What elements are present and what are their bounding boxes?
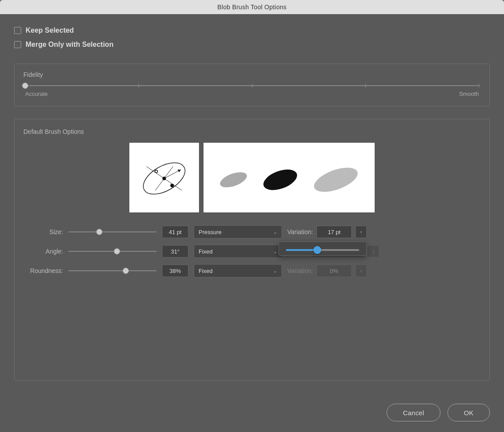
fidelity-tick-2 — [252, 84, 252, 87]
roundness-slider-track[interactable] — [68, 270, 157, 271]
fidelity-section: Fidelity Accurate Smooth — [14, 64, 490, 106]
brush-sample-small — [216, 167, 251, 189]
fidelity-slider-thumb[interactable] — [22, 83, 28, 89]
keep-selected-label: Keep Selected — [26, 27, 74, 34]
roundness-variation-group: Variation: 0% › — [287, 265, 367, 277]
fidelity-slider-labels: Accurate Smooth — [25, 91, 479, 97]
brush-options-section: Default Brush Options — [14, 119, 490, 381]
roundness-row: Roundness: 38% Fixed ⌄ Variation: 0% › — [23, 264, 481, 277]
brush-sample-large — [309, 160, 362, 195]
brush-sample-medium — [258, 160, 302, 195]
size-variation-label: Variation: — [287, 228, 313, 235]
dialog: Blob Brush Tool Options Keep Selected Me… — [0, 0, 504, 432]
keep-selected-row[interactable]: Keep Selected — [14, 27, 490, 34]
size-variation-value[interactable]: 17 pt — [316, 226, 352, 238]
size-popup-slider[interactable] — [278, 242, 367, 256]
roundness-variation-label: Variation: — [287, 267, 313, 274]
angle-label: Angle: — [23, 248, 63, 255]
fidelity-tick-1 — [139, 84, 139, 87]
svg-point-9 — [261, 166, 300, 194]
svg-point-6 — [170, 184, 174, 187]
roundness-method-dropdown[interactable]: Fixed ⌄ — [194, 264, 282, 277]
angle-variation-arrow: › — [368, 245, 379, 258]
popup-slider-track[interactable] — [286, 249, 359, 251]
svg-point-8 — [218, 169, 249, 189]
brush-previews — [23, 142, 481, 213]
roundness-slider-thumb[interactable] — [123, 268, 129, 274]
angle-dropdown-arrow: ⌄ — [273, 249, 277, 254]
dialog-footer: Cancel OK — [0, 393, 504, 432]
size-variation-arrow[interactable]: › — [355, 226, 367, 238]
fidelity-label-accurate: Accurate — [25, 91, 48, 97]
size-method-label: Pressure — [199, 229, 222, 235]
ok-button[interactable]: OK — [448, 404, 490, 421]
size-variation-group: Variation: 17 pt › — [287, 226, 367, 238]
size-slider-thumb[interactable] — [96, 229, 102, 235]
fidelity-title: Fidelity — [23, 71, 481, 78]
fidelity-slider-track[interactable] — [25, 85, 479, 86]
angle-slider-thumb[interactable] — [114, 248, 120, 254]
merge-only-checkbox[interactable] — [14, 41, 21, 48]
roundness-dropdown-arrow: ⌄ — [273, 268, 277, 274]
angle-row: Angle: 31° Fixed ⌄ Variatio › — [23, 245, 481, 258]
title-bar: Blob Brush Tool Options — [0, 0, 504, 14]
merge-only-row[interactable]: Merge Only with Selection — [14, 41, 490, 49]
roundness-variation-value: 0% — [316, 265, 352, 277]
angle-value[interactable]: 31° — [162, 245, 188, 258]
angle-slider-track[interactable] — [68, 251, 157, 252]
dialog-title: Blob Brush Tool Options — [218, 4, 287, 11]
size-value[interactable]: 41 pt — [162, 226, 188, 238]
size-dropdown-arrow: ⌄ — [273, 229, 277, 235]
size-label: Size: — [23, 228, 63, 235]
size-slider-track[interactable] — [68, 231, 157, 232]
cancel-button[interactable]: Cancel — [387, 404, 440, 421]
keep-selected-checkbox[interactable] — [14, 27, 21, 34]
svg-point-10 — [311, 163, 361, 195]
angle-method-label: Fixed — [199, 248, 213, 255]
fidelity-tick-4 — [479, 84, 479, 87]
checkboxes-section: Keep Selected Merge Only with Selection — [14, 27, 490, 55]
roundness-variation-arrow: › — [355, 265, 367, 277]
brush-controls: Size: 41 pt Pressure ⌄ Variation: 17 pt … — [23, 225, 481, 277]
roundness-value[interactable]: 38% — [162, 265, 188, 277]
svg-marker-4 — [177, 170, 181, 172]
dialog-content: Keep Selected Merge Only with Selection … — [0, 14, 504, 393]
merge-only-label: Merge Only with Selection — [26, 41, 113, 49]
svg-point-5 — [162, 177, 166, 180]
roundness-method-label: Fixed — [199, 268, 213, 274]
size-row: Size: 41 pt Pressure ⌄ Variation: 17 pt … — [23, 225, 481, 239]
angle-method-dropdown[interactable]: Fixed ⌄ — [194, 245, 282, 258]
brush-stroke-preview — [203, 142, 375, 213]
brush-shape-svg — [133, 147, 195, 208]
svg-point-7 — [155, 170, 158, 173]
roundness-label: Roundness: — [23, 267, 63, 274]
fidelity-slider-container: Accurate Smooth — [23, 85, 481, 97]
brush-shape-preview — [129, 142, 199, 213]
size-method-dropdown[interactable]: Pressure ⌄ — [194, 225, 282, 239]
brush-options-title: Default Brush Options — [23, 128, 481, 135]
fidelity-label-smooth: Smooth — [459, 91, 479, 97]
fidelity-tick-3 — [365, 84, 366, 87]
popup-slider-thumb[interactable] — [313, 246, 321, 254]
